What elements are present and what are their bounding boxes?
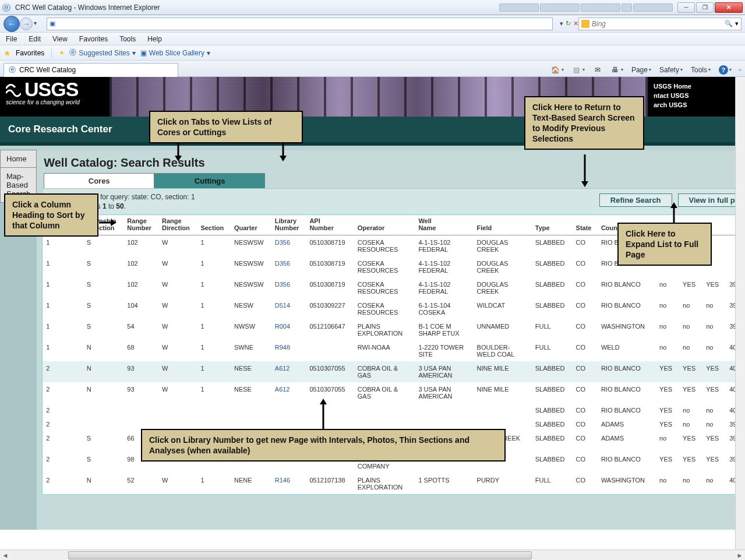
menu-tools[interactable]: Tools (117, 34, 138, 44)
suggested-sites-link[interactable]: ⓔ Suggested Sites ▾ (69, 48, 135, 58)
link-search-usgs[interactable]: arch USGS (654, 100, 729, 110)
table-cell: WASHINGTON (598, 473, 656, 494)
window-horizontal-scrollbar[interactable]: ◄ ► (0, 550, 745, 560)
table-cell: YES (679, 361, 702, 382)
usgs-logo[interactable]: USGS science for a changing world (0, 77, 110, 117)
menu-edit[interactable]: Edit (26, 34, 43, 44)
table-cell: NINE MILE (474, 361, 532, 382)
column-header[interactable]: Section (197, 215, 231, 235)
table-cell: S (83, 256, 124, 277)
table-cell[interactable]: D514 (271, 298, 306, 319)
tab-cuttings[interactable]: Cuttings (154, 173, 265, 188)
table-cell: SLABBED (532, 452, 573, 473)
table-cell[interactable]: A612 (271, 382, 306, 403)
content-vertical-scrollbar[interactable] (735, 77, 745, 550)
cmd-safety[interactable]: Safety▾ (657, 65, 685, 75)
nav-history-dropdown[interactable]: ▾ (34, 20, 42, 28)
favorites-label[interactable]: Favorites (16, 49, 44, 57)
column-header[interactable]: Field (474, 215, 532, 235)
column-header[interactable]: Operator (354, 215, 415, 235)
table-cell: CO (573, 277, 598, 298)
table-cell: SLABBED (532, 417, 573, 431)
scroll-right-button[interactable]: ► (735, 552, 745, 559)
browser-tab[interactable]: ⓔ CRC Well Catalog (3, 63, 178, 77)
table-cell[interactable]: R004 (271, 319, 306, 340)
column-header[interactable]: Type (532, 215, 573, 235)
address-input[interactable] (60, 20, 550, 28)
table-cell: no (702, 403, 726, 417)
address-dropdown[interactable]: ▾ (560, 20, 563, 27)
menu-file[interactable]: File (3, 34, 19, 44)
svg-marker-5 (581, 181, 588, 187)
browser-nav-row: ← → ▾ ▣ ▾ ↻ ✕ 🔍 ▾ (0, 15, 745, 33)
table-cell: DOUGLAS CREEK (474, 235, 532, 257)
add-favorite-icon[interactable]: ✦ (59, 49, 65, 57)
table-cell: 1 (43, 340, 83, 361)
table-cell[interactable]: R948 (271, 340, 306, 361)
stop-button[interactable]: ✕ (573, 20, 578, 27)
refresh-button[interactable]: ↻ (566, 20, 571, 27)
table-cell: PURDY (474, 473, 532, 494)
view-full-page-button[interactable]: View in full page (678, 193, 735, 207)
table-cell[interactable]: D356 (271, 256, 306, 277)
search-icon[interactable]: 🔍 (725, 20, 733, 27)
column-header[interactable]: RangeDirection (158, 215, 197, 235)
table-cell: 104 (123, 298, 158, 319)
cmd-print[interactable]: 🖶▾ (608, 64, 626, 76)
callout-tabs: Click on Tabs to View Lists of Cores or … (149, 111, 303, 143)
web-slice-link[interactable]: ▣ Web Slice Gallery ▾ (140, 49, 210, 57)
cmd-page[interactable]: Page▾ (629, 65, 654, 75)
favorites-star-icon[interactable]: ★ (3, 48, 11, 58)
column-header[interactable]: WellName (415, 215, 473, 235)
cmd-mail[interactable]: ✉ (591, 64, 605, 76)
table-cell: 6-1-1S-104 COSEKA (415, 298, 473, 319)
cmd-feeds[interactable]: ▤▾ (570, 64, 587, 76)
table-cell[interactable]: D356 (271, 235, 306, 257)
menu-view[interactable]: View (50, 34, 70, 44)
cmd-home[interactable]: 🏠▾ (549, 64, 566, 76)
table-cell: 0510309227 (306, 298, 354, 319)
table-cell: S (83, 298, 124, 319)
window-minimize[interactable]: ─ (677, 2, 695, 13)
rss-icon: ▤ (572, 65, 581, 75)
column-header[interactable] (726, 215, 735, 235)
menu-help[interactable]: Help (145, 34, 164, 44)
search-dropdown[interactable]: ▾ (735, 20, 739, 27)
scroll-thumb[interactable] (68, 551, 532, 559)
link-contact-usgs[interactable]: ntact USGS (654, 91, 729, 100)
table-cell[interactable]: A612 (271, 361, 306, 382)
table-cell[interactable]: R146 (271, 473, 306, 494)
cmd-help[interactable]: ?▾ (716, 64, 734, 76)
column-header[interactable]: RangeNumber (123, 215, 158, 235)
forward-button[interactable]: → (20, 17, 33, 30)
table-cell: CO (573, 256, 598, 277)
scroll-left-button[interactable]: ◄ (0, 552, 10, 559)
column-header[interactable]: LibraryNumber (271, 215, 306, 235)
link-usgs-home[interactable]: USGS Home (654, 82, 729, 91)
address-bar[interactable]: ▣ (47, 17, 553, 30)
sidebar-item-home[interactable]: Home (0, 150, 37, 168)
table-cell[interactable] (271, 403, 306, 417)
table-cell (306, 340, 354, 361)
table-cell: CO (573, 298, 598, 319)
table-cell: 1-2220 TOWER SITE (415, 340, 473, 361)
refine-search-button[interactable]: Refine Search (599, 193, 672, 207)
column-header[interactable]: State (573, 215, 598, 235)
tab-cores[interactable]: Cores (44, 173, 154, 188)
back-button[interactable]: ← (3, 16, 20, 32)
web-slice-label: Web Slice Gallery (149, 49, 204, 57)
column-header[interactable]: Quarter (231, 215, 271, 235)
search-input[interactable] (592, 20, 722, 28)
menu-favorites[interactable]: Favorites (77, 34, 110, 44)
browser-tab-title: CRC Well Catalog (19, 66, 76, 74)
table-cell: NESWSW (231, 235, 271, 257)
window-maximize[interactable]: ❐ (696, 2, 714, 13)
table-cell: PLAINS EXPLORATION (354, 319, 415, 340)
table-cell[interactable]: D356 (271, 277, 306, 298)
window-close[interactable]: ✕ (715, 2, 743, 13)
table-cell: 2 (43, 431, 83, 452)
table-cell: NESWSW (231, 277, 271, 298)
browser-search-box[interactable]: 🔍 ▾ (578, 17, 742, 30)
column-header[interactable]: APINumber (306, 215, 354, 235)
cmd-tools[interactable]: Tools▾ (688, 65, 713, 75)
